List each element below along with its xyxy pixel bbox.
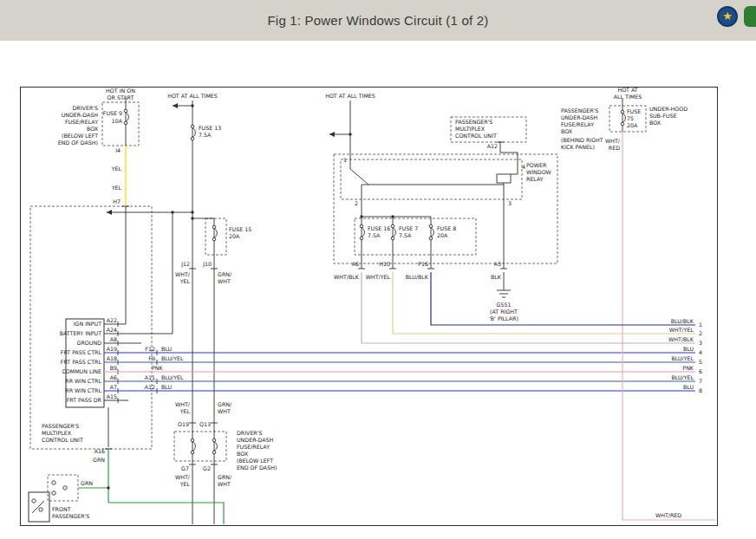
passenger-fusebox-label: KICK PANEL) <box>561 144 595 150</box>
conn-a6: A6 <box>352 261 359 267</box>
passenger-fusebox-label: PASSENGER'S <box>561 107 598 114</box>
wire-j12-color-2: WHT/ <box>175 401 191 407</box>
conn-a3: A3 <box>494 261 501 267</box>
hot-at-all-times-left: HOT AT ALL TIMES <box>167 93 218 99</box>
wiring-diagram: HOT IN ONOR STARTDRIVER'SUNDER-DASHFUSE/… <box>20 87 718 526</box>
passenger-mux-top-label: MULTIPLEX <box>455 126 486 132</box>
hot-in-on-label: HOT IN ON <box>106 88 135 94</box>
fuse16-amps: 7.5A <box>368 232 381 238</box>
wire-blu-label: BLU <box>161 384 173 390</box>
wire-j10-color: GRN/ <box>218 271 232 277</box>
underhood-fuse-num: 75 <box>627 115 634 121</box>
pin-a16: A16 <box>94 448 105 454</box>
underhood-fuse-label: FUSE <box>627 108 641 114</box>
pin-f9: F9 <box>148 355 155 361</box>
driver-fusebox-bottom-label: END OF DASH) <box>237 464 277 471</box>
pin-b9: B9 <box>110 365 117 371</box>
wire-whtblk <box>362 272 695 343</box>
pin-a24: A24 <box>107 327 117 333</box>
power-window-relay-label: WINDOW <box>526 169 552 175</box>
figure-title: Fig 1: Power Windows Circuit (1 of 2) <box>268 13 489 28</box>
wire-blublk <box>431 272 695 325</box>
conn-j10: J10 <box>202 261 212 268</box>
passenger-fusebox-label: (BEHIND RIGHT <box>561 137 603 143</box>
wire-8-num: 8 <box>699 387 702 393</box>
fuse16-label: FUSE 16 <box>368 225 390 231</box>
underhood-box-label: UNDER-HOOD <box>649 106 688 112</box>
fuse13-label: FUSE 13 <box>199 125 221 131</box>
pin-a12-mid: A12 <box>145 384 155 390</box>
wire-3-label: WHT/BLK <box>668 336 694 342</box>
pin-h7: H7 <box>113 198 121 205</box>
driver-underdash-bottom-box <box>174 432 226 461</box>
front-passenger-label: FRONT <box>52 506 71 512</box>
wire-whtred-label: WHT/ <box>605 138 621 144</box>
wire-8-label: BLU <box>683 384 694 390</box>
driver-fusebox-label: BOX <box>87 126 99 132</box>
fuse9-label: FUSE 9 <box>103 110 122 116</box>
pin-a15: A15 <box>107 393 117 399</box>
continuation-arrows <box>107 103 335 215</box>
fuse8-amps: 20A <box>437 232 448 238</box>
fuse7-label: FUSE 7 <box>399 225 418 231</box>
diagram-border <box>21 88 718 526</box>
wire-pnk-label: PNK <box>152 365 164 371</box>
power-window-relay-label: POWER <box>526 162 547 168</box>
row-ign-input: IGN INPUT <box>74 321 101 327</box>
wire-f16-color: BLU/BLK <box>406 274 429 280</box>
passenger-fusebox-label: FUSE/RELAY <box>561 121 594 127</box>
row-frt-pass-dr: FRT PASS DR <box>67 397 102 403</box>
relay-pin-3: 3 <box>508 200 512 206</box>
driver-fusebox-bottom-label: FUSE/RELAY <box>237 444 270 450</box>
driver-fusebox-bottom-label: BOX <box>237 451 249 457</box>
wire-5-label: BLU/YEL <box>671 355 694 361</box>
a3-ground-column <box>497 198 511 297</box>
fuse9-amps: 10A <box>112 118 123 124</box>
wire-j10-color-3: GRN/ <box>218 474 232 480</box>
pin-q13: Q13 <box>199 421 211 427</box>
wire-j10-color-2: WHT <box>218 408 231 414</box>
wire-j10-color-3: WHT <box>218 481 231 487</box>
wire-whtred-bottom-label: WHT/RED <box>655 512 681 518</box>
fuse8-label: FUSE 8 <box>437 225 456 231</box>
row-battery-input: BATTERY INPUT <box>60 330 101 336</box>
relay-coil <box>497 174 511 183</box>
wire-j12-color-2: YEL <box>179 408 191 414</box>
pin-g7: G7 <box>181 465 189 471</box>
row-frt-pass-ctrl: FRT PASS CTRL <box>61 349 102 355</box>
relay-internals <box>350 163 518 198</box>
star-glyph: ★ <box>722 10 733 23</box>
wire-a6-color: WHT/BLK <box>334 274 360 280</box>
fuse15-amps: 20A <box>229 233 240 239</box>
wire-a3-color: BLK <box>491 274 502 280</box>
wire-j12-color: WHT/ <box>175 271 191 277</box>
pin-a18: A18 <box>107 355 117 361</box>
pin-a19: A19 <box>107 346 117 352</box>
pin-g2: G2 <box>203 465 211 471</box>
passenger-underdash-box <box>334 154 557 263</box>
passenger-mux-box <box>30 206 152 449</box>
pin-a12: A12 <box>487 143 498 149</box>
relay-pin-1: 1 <box>343 157 347 163</box>
driver-fusebox-label: END OF DASH) <box>58 140 98 146</box>
green-tab-icon[interactable] <box>744 6 756 27</box>
wire-j10-color: WHT <box>218 278 231 284</box>
wire-4-label: BLU <box>683 346 694 352</box>
ground-g551: G551 <box>497 302 512 308</box>
fuse13-amps: 7.5A <box>199 132 212 138</box>
wire-3-num: 3 <box>699 340 702 346</box>
wire-whtyel <box>393 272 695 334</box>
driver-fusebox-bottom-label: UNDER-DASH <box>237 437 274 443</box>
conn-h10: H10 <box>379 261 390 267</box>
underhood-box-label: SUB-FUSE <box>649 113 676 119</box>
relay-feed-column <box>329 101 350 163</box>
wire-whtred-label: RED <box>609 145 620 151</box>
wire-j12-color-3: YEL <box>179 481 191 487</box>
bookmark-star-icon[interactable]: ★ <box>717 6 738 27</box>
driver-fusebox-label: UNDER-DASH <box>62 112 99 118</box>
driver-fusebox-bottom-label: (BELOW LEFT <box>237 458 273 464</box>
diagram-labels: HOT IN ONOR STARTDRIVER'SUNDER-DASHFUSE/… <box>42 87 702 519</box>
wire-bluyel-label: BLU/YEL <box>161 355 184 361</box>
figure-header: Fig 1: Power Windows Circuit (1 of 2) ★ <box>0 0 756 41</box>
hot-in-on-label: OR START <box>108 94 134 101</box>
